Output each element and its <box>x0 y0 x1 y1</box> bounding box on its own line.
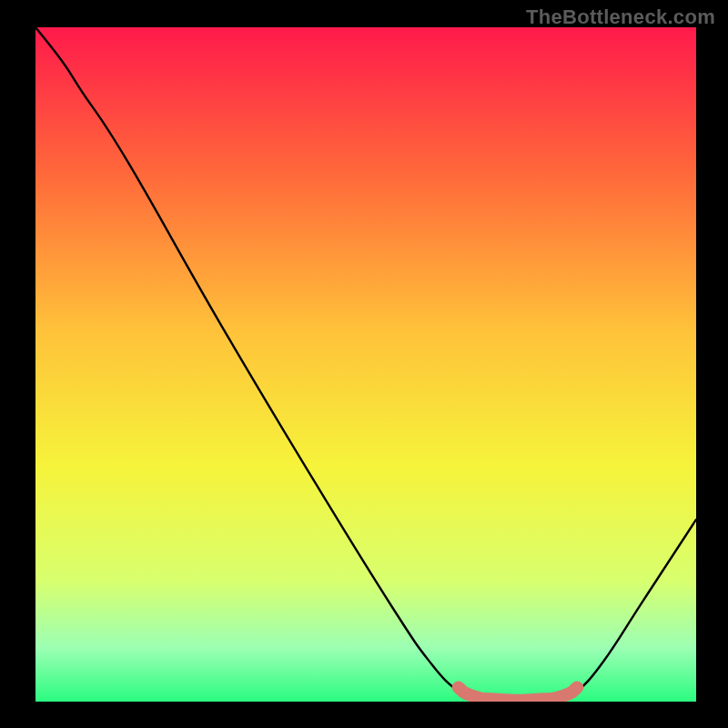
watermark-text: TheBottleneck.com <box>526 5 715 29</box>
bottleneck-chart <box>0 0 728 728</box>
gradient-background <box>35 27 696 702</box>
chart-container: { "watermark": "TheBottleneck.com", "cha… <box>0 0 728 728</box>
